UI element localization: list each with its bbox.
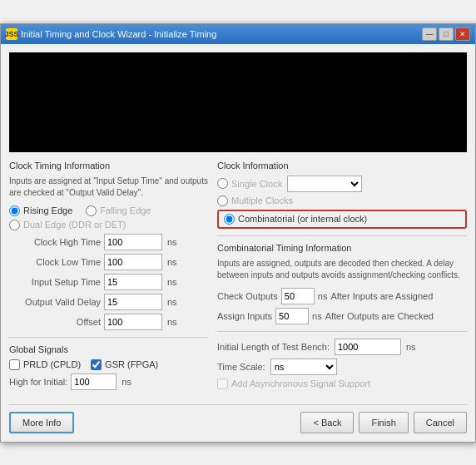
preview-area: [9, 52, 467, 152]
back-button[interactable]: < Back: [300, 412, 354, 433]
edge-radio-row: Rising Edge Falling Edge: [9, 205, 209, 216]
single-clock-select[interactable]: [287, 176, 362, 192]
clock-high-unit: ns: [167, 237, 177, 247]
check-outputs-row: Check Outputs ns After Inputs are Assign…: [217, 288, 467, 304]
title-buttons: — □ ✕: [422, 27, 470, 41]
combinatorial-desc: Inputs are assigned, outputs are decoded…: [217, 258, 467, 281]
footer: More Info < Back Finish Cancel: [9, 404, 467, 433]
high-for-unit: ns: [121, 377, 131, 387]
right-column: Clock Information Single Clock Mult: [217, 161, 467, 393]
clock-timing-title: Clock Timing Information: [9, 161, 209, 171]
offset-input[interactable]: [104, 314, 162, 330]
window-title: Initial Timing and Clock Wizard - Initia…: [21, 29, 216, 39]
async-signal-checkbox[interactable]: [217, 378, 228, 389]
falling-edge-label[interactable]: Falling Edge: [86, 205, 151, 216]
check-outputs-input[interactable]: [281, 288, 315, 304]
output-valid-row: Output Valid Delay ns: [9, 294, 209, 310]
main-columns: Clock Timing Information Inputs are assi…: [9, 161, 467, 393]
async-signal-group: Add Asynchronous Signal Support: [217, 378, 467, 389]
left-column: Clock Timing Information Inputs are assi…: [9, 161, 209, 393]
close-button[interactable]: ✕: [455, 27, 470, 41]
high-for-input[interactable]: [71, 373, 117, 390]
input-setup-unit: ns: [167, 277, 177, 287]
time-scale-select[interactable]: ps ns us ms: [270, 359, 337, 375]
high-for-label: High for Initial:: [9, 377, 67, 387]
maximize-button[interactable]: □: [439, 27, 454, 41]
gsr-label[interactable]: GSR (FPGA): [91, 359, 158, 370]
prld-checkbox[interactable]: [9, 359, 20, 370]
minimize-button[interactable]: —: [422, 27, 437, 41]
input-setup-row: Input Setup Time ns: [9, 274, 209, 290]
rising-edge-label[interactable]: Rising Edge: [9, 205, 72, 216]
footer-right: < Back Finish Cancel: [300, 412, 467, 433]
falling-edge-radio[interactable]: [86, 205, 97, 216]
title-bar-left: JSS Initial Timing and Clock Wizard - In…: [6, 28, 216, 40]
output-valid-input[interactable]: [104, 294, 162, 310]
assign-inputs-row: Assign Inputs ns After Outputs are Check…: [217, 308, 467, 324]
clock-high-input[interactable]: [104, 234, 162, 250]
check-outputs-label: Check Outputs: [217, 291, 278, 301]
combinatorial-info-title: Combinatorial Timing Information: [217, 243, 467, 253]
high-for-row: High for Initial: ns: [9, 373, 209, 390]
combinatorial-label[interactable]: Combinatorial (or internal clock): [224, 214, 367, 225]
global-signals-checkboxes: PRLD (CPLD) GSR (FPGA): [9, 359, 209, 370]
input-setup-input[interactable]: [104, 274, 162, 290]
clock-high-label: Clock High Time: [9, 237, 101, 247]
global-signals-title: Global Signals: [9, 344, 209, 354]
initial-length-label: Initial Length of Test Bench:: [217, 342, 330, 352]
time-scale-label: Time Scale:: [217, 362, 265, 372]
assign-inputs-unit: ns: [312, 311, 322, 321]
assign-inputs-label: Assign Inputs: [217, 311, 272, 321]
offset-label: Offset: [9, 317, 101, 327]
clock-low-row: Clock Low Time ns: [9, 254, 209, 270]
title-bar: JSS Initial Timing and Clock Wizard - In…: [1, 24, 475, 44]
finish-button[interactable]: Finish: [359, 412, 408, 433]
main-window: JSS Initial Timing and Clock Wizard - In…: [0, 23, 476, 443]
check-outputs-unit: ns: [318, 291, 328, 301]
dual-edge-radio[interactable]: [9, 220, 20, 230]
cancel-button[interactable]: Cancel: [414, 412, 467, 433]
clock-high-row: Clock High Time ns: [9, 234, 209, 250]
initial-length-unit: ns: [406, 342, 416, 352]
initial-length-row: Initial Length of Test Bench: ns: [217, 339, 467, 355]
single-clock-label[interactable]: Single Clock: [217, 178, 282, 189]
offset-row: Offset ns: [9, 314, 209, 330]
clock-low-unit: ns: [167, 257, 177, 267]
single-clock-radio[interactable]: [217, 178, 228, 189]
clock-timing-desc: Inputs are assigned at "Input Setup Time…: [9, 176, 209, 199]
clock-low-label: Clock Low Time: [9, 257, 101, 267]
rising-edge-radio[interactable]: [9, 205, 20, 216]
async-signal-label[interactable]: Add Asynchronous Signal Support: [217, 378, 370, 389]
time-scale-row: Time Scale: ps ns us ms: [217, 359, 467, 375]
output-valid-label: Output Valid Delay: [9, 297, 101, 307]
assign-inputs-input[interactable]: [275, 308, 309, 324]
combinatorial-row: Combinatorial (or internal clock): [217, 210, 467, 229]
footer-left: More Info: [9, 412, 74, 433]
output-valid-unit: ns: [167, 297, 177, 307]
multiple-clocks-label[interactable]: Multiple Clocks: [217, 195, 293, 206]
input-setup-label: Input Setup Time: [9, 277, 101, 287]
offset-unit: ns: [167, 317, 177, 327]
clock-low-input[interactable]: [104, 254, 162, 270]
more-info-button[interactable]: More Info: [9, 412, 74, 433]
window-body: Clock Timing Information Inputs are assi…: [1, 44, 475, 442]
dual-edge-label[interactable]: Dual Edge (DDR or DET): [9, 220, 126, 230]
multiple-clocks-radio[interactable]: [217, 195, 228, 206]
check-outputs-after: After Inputs are Assigned: [330, 291, 433, 301]
prld-label[interactable]: PRLD (CPLD): [9, 359, 81, 370]
multiple-clocks-row: Multiple Clocks: [217, 195, 467, 206]
combinatorial-radio[interactable]: [224, 214, 235, 225]
app-icon: JSS: [6, 28, 17, 40]
initial-length-input[interactable]: [335, 339, 401, 355]
gsr-checkbox[interactable]: [91, 359, 102, 370]
global-signals-section: Global Signals PRLD (CPLD) GSR (FPGA) Hi…: [9, 344, 209, 390]
clock-info-title: Clock Information: [217, 161, 467, 171]
assign-inputs-after: After Outputs are Checked: [325, 311, 434, 321]
single-clock-row: Single Clock: [217, 176, 467, 192]
dual-edge-group: Dual Edge (DDR or DET): [9, 220, 209, 230]
